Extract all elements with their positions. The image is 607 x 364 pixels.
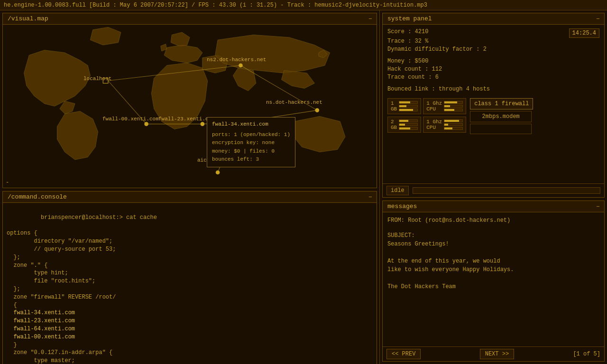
- messages-minimize[interactable]: —: [597, 204, 599, 209]
- hw-ram2-bar3: [399, 127, 418, 130]
- msg-subject-text: Seasons Greetings!: [387, 240, 599, 248]
- hw-cpu1-bar1: [444, 101, 463, 104]
- unknown-row: [470, 124, 533, 134]
- label-localhost: localhost: [83, 76, 111, 82]
- tooltip-bounces: bounces left: 3: [212, 155, 290, 164]
- label-ns: ns.dot-hackers.net: [266, 100, 322, 105]
- money-label: Money : $500: [387, 58, 599, 64]
- hw-ram2-bars: [399, 119, 418, 130]
- hw-cpu1-speed: 1 Ghz: [426, 100, 442, 106]
- console-body: brianspencer@localhost:> cat cache optio…: [7, 206, 373, 364]
- command-console-panel: /command.console — brianspencer@localhos…: [2, 191, 377, 364]
- svg-point-11: [201, 122, 205, 126]
- status-bar: idle: [383, 183, 604, 197]
- hw-ram1-unit: GB: [391, 106, 397, 112]
- hw-ram2: 2 GB: [387, 117, 421, 133]
- console-fwall00: fwall-00.xenti.com: [13, 334, 75, 340]
- visual-map-title: /visual.map: [8, 15, 48, 22]
- hw-ram1-bar1: [399, 101, 418, 104]
- trace-label: Trace : 32 %: [387, 38, 599, 45]
- system-content: Score : 4210 14:25.4 Trace : 32 % Dynami…: [383, 25, 604, 183]
- messages-panel: messages — FROM: Root (root@ns.dot-hacke…: [382, 200, 605, 362]
- command-console-title: /command.console: [8, 193, 67, 200]
- system-panel-minimize[interactable]: —: [597, 16, 599, 21]
- hw-left-block: 1 GB 2: [387, 98, 421, 134]
- console-content[interactable]: brianspencer@localhost:> cat cache optio…: [3, 203, 377, 364]
- msg-subject: SUBJECT:: [387, 231, 599, 240]
- system-panel: system panel — Score : 4210 14:25.4 Trac…: [382, 13, 605, 198]
- system-panel-header: system panel —: [383, 13, 604, 25]
- console-content2: } zone "0.0.127.in-addr.arpa" { type mas…: [7, 342, 112, 364]
- console-nl1: [7, 318, 13, 324]
- system-panel-title: system panel: [387, 15, 432, 22]
- hw-cpu2-label: CPU: [426, 125, 442, 130]
- console-prompt1: brianspencer@localhost:> cat cache: [41, 214, 157, 221]
- trace-count-label: Trace count : 6: [387, 74, 599, 81]
- hw-cpu2-bar1: [444, 119, 463, 122]
- map-content[interactable]: localhost ns2.dot-hackers.net ns.dot-hac…: [3, 25, 377, 188]
- console-content-main: options { directory "/var/named"; // que…: [7, 230, 116, 316]
- hw-ram2-bar1: [399, 119, 418, 122]
- divider1: [387, 54, 599, 58]
- status-progress-bar: [413, 187, 600, 194]
- msg-from: FROM: Root (root@ns.dot-hackers.net): [387, 216, 599, 225]
- right-column: system panel — Score : 4210 14:25.4 Trac…: [379, 10, 607, 364]
- hw-ram1: 1 GB: [387, 98, 421, 114]
- hw-cpu1-bars: [444, 101, 463, 111]
- hw-ram1-bar3: [399, 109, 418, 111]
- visual-map-minimize[interactable]: —: [369, 16, 372, 21]
- command-console-minimize[interactable]: —: [369, 194, 372, 200]
- hw-ram1-bars: [399, 101, 418, 111]
- prev-button[interactable]: << PREV: [386, 349, 421, 359]
- firewall-button[interactable]: class 1 firewall: [470, 98, 533, 109]
- unknown-button[interactable]: [470, 124, 532, 134]
- hw-cpu2-speed: 1 Ghz: [426, 119, 442, 125]
- world-map-svg: [3, 25, 377, 188]
- hw-ram2-size: 2: [391, 119, 397, 125]
- console-fwall64: fwall-64.xenti.com: [13, 326, 75, 332]
- score-row: Score : 4210: [387, 28, 428, 36]
- visual-map-panel: /visual.map —: [2, 13, 377, 188]
- label-ns2: ns2.dot-hackers.net: [207, 57, 266, 63]
- label-fwall23: fwall-23.xenti.com: [158, 116, 215, 122]
- msg-body: At the end of this year, we would like t…: [387, 248, 599, 291]
- hw-cpu1-bar2: [444, 105, 463, 108]
- left-column: /visual.map —: [0, 10, 379, 364]
- msg-nav: << PREV NEXT >> [1 of 5]: [383, 346, 604, 361]
- svg-point-9: [315, 108, 319, 112]
- svg-point-13: [216, 170, 220, 174]
- svg-point-8: [239, 64, 243, 68]
- console-fwall23: fwall-23.xenti.com: [13, 318, 75, 324]
- tooltip-ports: ports: 1 (open/hacked: 1): [212, 131, 290, 139]
- messages-header: messages —: [383, 201, 604, 212]
- main-layout: /visual.map —: [0, 10, 607, 364]
- score-label: Score : 4210: [387, 28, 428, 35]
- modem-button[interactable]: 2mbps.modem: [470, 111, 532, 122]
- console-nl3: [7, 334, 13, 340]
- hw-cpu2-bars: [444, 119, 463, 130]
- hw-ram1-size: 1: [391, 100, 397, 106]
- hardware-section: 1 GB 2: [387, 98, 599, 134]
- label-fwall00: fwall-00.xenti.com: [102, 116, 159, 122]
- title-bar: he.engine-1.00.0083.full [Build : May 6 …: [0, 0, 607, 10]
- tooltip-encryption: encryption key: none: [212, 139, 290, 147]
- messages-content: FROM: Root (root@ns.dot-hackers.net) SUB…: [383, 212, 604, 346]
- console-fwall34: fwall-34.xenti.com: [13, 309, 75, 316]
- msg-page-info: [1 of 5]: [573, 351, 600, 357]
- hw-ram1-bar2: [399, 105, 418, 108]
- next-button[interactable]: NEXT >>: [480, 349, 514, 359]
- tooltip-money: money: $0 | files: 0: [212, 147, 290, 156]
- difficulty-label: Dynamic difficulty factor : 2: [387, 46, 599, 53]
- messages-title: messages: [387, 203, 417, 210]
- hw-cpu1: 1 Ghz CPU: [423, 98, 466, 114]
- hw-cpu2: 1 Ghz CPU: [423, 117, 466, 133]
- hw-cpu1-label: CPU: [426, 106, 442, 112]
- map-minus[interactable]: -: [6, 179, 9, 186]
- hw-right-buttons: class 1 firewall 2mbps.modem: [470, 98, 533, 134]
- hw-cpu2-bar3: [444, 127, 463, 130]
- svg-point-10: [144, 122, 148, 126]
- modem-row: 2mbps.modem: [470, 111, 533, 122]
- bounced-label: Bounced link : through 4 hosts: [387, 86, 599, 92]
- visual-map-header: /visual.map —: [3, 13, 377, 25]
- tooltip-title: fwall-34.xenti.com: [212, 120, 290, 129]
